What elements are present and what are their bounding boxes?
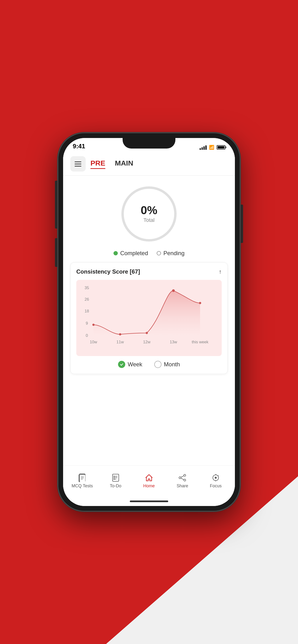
progress-percent: 0% <box>140 204 157 216</box>
progress-text: 0% Total <box>140 204 157 223</box>
legend: Completed Pending <box>113 250 185 256</box>
app-content: PRE MAIN 0% <box>63 152 235 506</box>
phone-device: 9:41 📶 <box>58 133 240 511</box>
svg-point-33 <box>184 474 186 476</box>
notch <box>123 138 175 148</box>
todo-icon <box>111 474 120 482</box>
home-bar <box>130 500 168 502</box>
focus-icon <box>211 474 220 482</box>
svg-text:this week: this week <box>192 340 209 344</box>
main-scroll: 0% Total Completed Pending <box>63 176 235 465</box>
svg-line-37 <box>181 478 184 480</box>
month-check-icon <box>154 361 162 368</box>
header-top: PRE MAIN <box>70 156 228 176</box>
svg-text:12w: 12w <box>143 340 151 344</box>
week-check-icon <box>118 361 125 368</box>
svg-text:10w: 10w <box>90 340 97 344</box>
period-month[interactable]: Month <box>154 361 180 368</box>
svg-text:13w: 13w <box>170 340 178 344</box>
score-card: Consistency Score [67] ↑ 35 26 18 9 <box>70 262 228 374</box>
hamburger-icon <box>75 162 81 166</box>
score-card-header: Consistency Score [67] ↑ <box>76 268 222 275</box>
bottom-nav: MCQ Tests To-Do <box>63 465 235 496</box>
svg-text:0: 0 <box>86 333 88 338</box>
status-time: 9:41 <box>73 142 85 150</box>
chart-svg-wrapper: 35 26 18 9 0 <box>80 284 218 352</box>
svg-line-36 <box>181 476 184 477</box>
progress-label: Total <box>140 217 157 223</box>
menu-button[interactable] <box>70 156 86 172</box>
svg-point-7 <box>92 324 95 326</box>
arrow-up-icon[interactable]: ↑ <box>219 268 222 275</box>
svg-rect-30 <box>113 476 114 477</box>
svg-point-35 <box>184 479 186 481</box>
home-icon <box>145 474 153 482</box>
legend-completed: Completed <box>113 250 148 256</box>
nav-mcq-tests[interactable]: MCQ Tests <box>72 474 93 488</box>
month-label: Month <box>164 361 180 368</box>
app-header: PRE MAIN <box>63 152 235 176</box>
svg-text:26: 26 <box>85 297 89 302</box>
svg-point-34 <box>179 477 181 479</box>
nav-home-label: Home <box>143 484 155 488</box>
completed-label: Completed <box>120 250 148 256</box>
phone-screen: 9:41 📶 <box>63 138 235 506</box>
svg-text:18: 18 <box>85 309 89 314</box>
period-toggle: Week Month <box>76 361 222 368</box>
progress-circle: 0% Total <box>118 183 180 245</box>
header-tabs: PRE MAIN <box>90 159 228 169</box>
svg-rect-32 <box>113 479 114 480</box>
legend-pending: Pending <box>157 250 185 256</box>
checkmark-icon <box>120 362 123 366</box>
svg-point-8 <box>119 333 121 336</box>
pending-dot <box>157 251 161 256</box>
nav-todo-label: To-Do <box>110 484 121 488</box>
nav-share[interactable]: Share <box>172 474 193 488</box>
home-indicator <box>63 496 235 506</box>
svg-text:9: 9 <box>86 321 88 326</box>
svg-text:35: 35 <box>85 286 89 290</box>
svg-point-10 <box>172 289 175 292</box>
period-week[interactable]: Week <box>118 361 142 368</box>
status-icons: 📶 <box>200 145 225 150</box>
svg-line-42 <box>218 475 219 476</box>
svg-point-39 <box>215 477 217 479</box>
svg-point-11 <box>199 302 201 304</box>
svg-text:11w: 11w <box>116 340 124 344</box>
score-card-title: Consistency Score [67] <box>76 268 140 275</box>
tab-pre[interactable]: PRE <box>90 159 105 169</box>
chart-svg: 35 26 18 9 0 <box>80 284 218 351</box>
chart-container: 35 26 18 9 0 <box>76 280 222 356</box>
pending-label: Pending <box>163 250 185 256</box>
svg-rect-31 <box>113 477 114 478</box>
battery-icon <box>217 145 225 150</box>
nav-focus[interactable]: Focus <box>205 474 226 488</box>
mcq-tests-icon <box>78 474 87 482</box>
nav-focus-label: Focus <box>210 484 222 488</box>
nav-home[interactable]: Home <box>138 474 160 488</box>
tab-main[interactable]: MAIN <box>115 159 133 169</box>
svg-point-9 <box>146 332 148 334</box>
wifi-icon: 📶 <box>209 145 214 150</box>
progress-section: 0% Total Completed Pending <box>70 183 228 256</box>
nav-todo[interactable]: To-Do <box>105 474 126 488</box>
share-icon <box>178 474 187 482</box>
svg-rect-22 <box>80 475 85 482</box>
scroll-padding <box>70 380 228 384</box>
nav-share-label: Share <box>177 484 188 488</box>
week-label: Week <box>128 361 142 368</box>
nav-mcq-label: MCQ Tests <box>72 484 93 488</box>
completed-dot <box>113 251 118 256</box>
signal-icon <box>200 145 207 150</box>
